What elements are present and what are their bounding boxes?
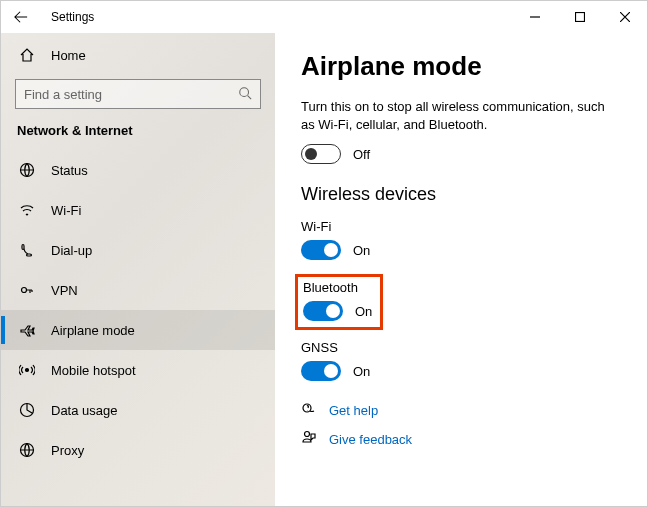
device-bluetooth: Bluetooth On: [303, 280, 372, 321]
sidebar-home[interactable]: Home: [1, 37, 275, 73]
minimize-button[interactable]: [512, 1, 557, 33]
svg-point-3: [22, 288, 27, 293]
sidebar-item-hotspot[interactable]: Mobile hotspot: [1, 350, 275, 390]
sidebar: Home Find a setting Network & Internet S…: [1, 33, 275, 506]
section-label: Network & Internet: [1, 119, 275, 150]
svg-point-7: [303, 404, 311, 412]
feedback-icon: [301, 430, 317, 449]
wireless-heading: Wireless devices: [301, 184, 621, 205]
svg-point-8: [305, 432, 310, 437]
settings-window: Settings Home Find a setting Network & I…: [0, 0, 648, 507]
search-placeholder: Find a setting: [24, 87, 102, 102]
search-icon: [238, 86, 252, 103]
gnss-label: GNSS: [301, 340, 621, 355]
sidebar-item-vpn[interactable]: VPN: [1, 270, 275, 310]
home-icon: [19, 47, 35, 63]
gnss-state: On: [353, 364, 370, 379]
maximize-button[interactable]: [557, 1, 602, 33]
window-title: Settings: [51, 10, 94, 24]
sidebar-item-proxy[interactable]: Proxy: [1, 430, 275, 470]
content-pane: Airplane mode Turn this on to stop all w…: [275, 33, 647, 506]
page-description: Turn this on to stop all wireless commun…: [301, 98, 621, 134]
airplane-mode-toggle[interactable]: [301, 144, 341, 164]
sidebar-item-dialup[interactable]: Dial-up: [1, 230, 275, 270]
sidebar-item-airplane[interactable]: Airplane mode: [1, 310, 275, 350]
data-usage-icon: [19, 402, 35, 418]
airplane-mode-state: Off: [353, 147, 370, 162]
bluetooth-label: Bluetooth: [303, 280, 372, 295]
svg-point-1: [240, 87, 249, 96]
proxy-icon: [19, 442, 35, 458]
search-input[interactable]: Find a setting: [15, 79, 261, 109]
page-heading: Airplane mode: [301, 51, 621, 82]
vpn-icon: [19, 282, 35, 298]
bluetooth-state: On: [355, 304, 372, 319]
titlebar: Settings: [1, 1, 647, 33]
sidebar-item-datausage[interactable]: Data usage: [1, 390, 275, 430]
help-icon: [301, 401, 317, 420]
svg-rect-0: [575, 13, 584, 22]
wifi-state: On: [353, 243, 370, 258]
device-wifi: Wi-Fi On: [301, 219, 621, 260]
device-gnss: GNSS On: [301, 340, 621, 381]
gnss-toggle[interactable]: [301, 361, 341, 381]
airplane-icon: [19, 322, 35, 338]
wifi-toggle[interactable]: [301, 240, 341, 260]
close-button[interactable]: [602, 1, 647, 33]
bluetooth-toggle[interactable]: [303, 301, 343, 321]
get-help-link[interactable]: Get help: [301, 401, 621, 420]
wifi-label: Wi-Fi: [301, 219, 621, 234]
home-label: Home: [51, 48, 86, 63]
hotspot-icon: [19, 362, 35, 378]
sidebar-item-status[interactable]: Status: [1, 150, 275, 190]
bluetooth-highlight: Bluetooth On: [295, 274, 383, 330]
svg-point-4: [26, 369, 29, 372]
back-button[interactable]: [7, 3, 35, 31]
give-feedback-link[interactable]: Give feedback: [301, 430, 621, 449]
wifi-icon: [19, 202, 35, 218]
globe-icon: [19, 162, 35, 178]
dialup-icon: [19, 242, 35, 258]
sidebar-item-wifi[interactable]: Wi-Fi: [1, 190, 275, 230]
